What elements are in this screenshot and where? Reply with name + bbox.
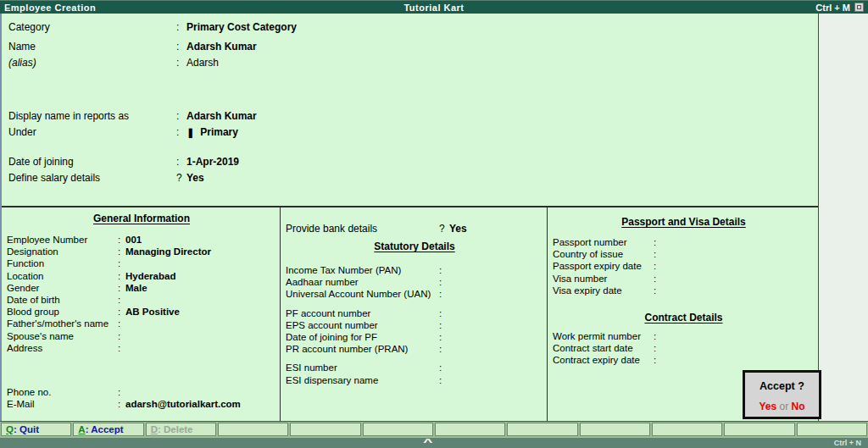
field-label: Date of joining	[8, 154, 176, 170]
toolbar-empty-cell	[580, 423, 650, 436]
statutory-details-panel: Provide bank details ? Yes Statutory Det…	[280, 207, 547, 421]
location-value[interactable]: Hyderabad	[125, 270, 175, 282]
field-aadhaar: Aadhaar number :	[286, 276, 543, 288]
workspace: Category : Primary Cost Category Name : …	[0, 14, 868, 421]
field-label: Phone no.	[7, 386, 118, 398]
field-label: Define salary details	[8, 170, 176, 186]
field-phone: Phone no. :	[7, 386, 276, 398]
field-work-permit: Work permit number :	[553, 330, 815, 342]
field-separator: :	[439, 343, 447, 355]
field-label: Income Tax Number (PAN)	[286, 264, 439, 276]
field-email: E-Mail : adarsh@tutorialkart.com	[7, 398, 276, 410]
delete-label: : Delete	[158, 424, 193, 434]
field-separator: :	[118, 386, 125, 398]
blood-group-value[interactable]: AB Positive	[125, 306, 180, 318]
field-label: Category	[8, 19, 176, 36]
accept-no-button[interactable]: No	[792, 401, 805, 412]
toolbar-empty-cell	[652, 423, 722, 436]
field-label: ESI number	[286, 362, 439, 373]
category-value[interactable]: Primary Cost Category	[186, 19, 297, 36]
date-of-joining-value[interactable]: 1-Apr-2019	[186, 154, 239, 170]
accept-dialog-choices: Yes or No	[745, 401, 819, 412]
toolbar-empty-cell	[724, 423, 794, 436]
field-label: Name	[8, 39, 176, 55]
field-visa-number: Visa number :	[553, 273, 815, 285]
field-define-salary: Define salary details ? Yes	[8, 170, 818, 186]
field-function: Function :	[7, 257, 276, 269]
toolbar-empty-cell	[435, 423, 505, 436]
field-name: Name : Adarsh Kumar	[8, 39, 818, 55]
field-separator: :	[654, 260, 661, 272]
expand-caret-icon[interactable]: ^	[423, 438, 432, 447]
field-contract-expiry: Contract expiry date :	[553, 354, 815, 366]
field-separator: :	[118, 257, 125, 269]
field-designation: Designation : Managing Director	[7, 246, 276, 257]
window-title-bar: Employee Creation Tutorial Kart Ctrl + M	[0, 0, 868, 14]
field-separator: :	[118, 330, 125, 342]
field-label: Visa expiry date	[553, 285, 654, 296]
field-label: Father's/mother's name	[7, 318, 118, 329]
field-separator: :	[439, 331, 447, 343]
quit-button[interactable]: Q: Quit	[1, 423, 71, 436]
field-separator: :	[439, 264, 447, 276]
email-value[interactable]: adarsh@tutorialkart.com	[125, 398, 241, 410]
field-label: Universal Account Number (UAN)	[286, 288, 439, 300]
accept-shortcut-key: A	[78, 424, 85, 434]
display-name-value[interactable]: Adarsh Kumar	[186, 108, 257, 124]
field-separator: :	[176, 19, 186, 36]
field-visa-expiry: Visa expiry date :	[553, 285, 815, 296]
field-label: Employee Number	[7, 234, 118, 246]
field-address: Address :	[7, 342, 276, 354]
form-bottom-section: General Information Employee Number : 00…	[2, 206, 818, 421]
field-separator: :	[439, 319, 447, 331]
field-separator: :	[654, 330, 661, 342]
gender-value[interactable]: Male	[125, 282, 147, 294]
field-label: Spouse's name	[7, 330, 118, 342]
field-separator: :	[118, 246, 125, 257]
field-label: PR account number (PRAN)	[286, 343, 439, 355]
field-label: Contract expiry date	[553, 354, 654, 366]
designation-value[interactable]: Managing Director	[125, 246, 211, 257]
field-eps-account: EPS account number :	[286, 319, 543, 331]
company-name: Tutorial Kart	[259, 3, 609, 13]
field-label: PF account number	[286, 307, 439, 319]
field-label: Date of joining for PF	[286, 331, 439, 343]
field-separator: :	[176, 154, 186, 170]
define-salary-value[interactable]: Yes	[186, 170, 204, 186]
field-label: ESI dispensary name	[286, 374, 439, 386]
field-under: Under : ❚ Primary	[8, 124, 818, 141]
field-label: Provide bank details	[286, 223, 439, 235]
toolbar-empty-cell	[290, 423, 360, 436]
field-label: Date of birth	[7, 294, 118, 306]
accept-button[interactable]: A: Accept	[73, 423, 143, 436]
field-label: Gender	[7, 282, 118, 294]
field-separator: :	[439, 288, 447, 300]
statutory-details-heading: Statutory Details	[286, 241, 543, 252]
maximize-icon[interactable]	[854, 3, 864, 12]
name-value[interactable]: Adarsh Kumar	[186, 39, 257, 55]
statusbar-shortcut: Ctrl + N	[834, 439, 861, 447]
field-separator: :	[654, 248, 661, 260]
accept-yes-button[interactable]: Yes	[759, 401, 776, 412]
right-panel	[818, 14, 868, 421]
alias-value[interactable]: Adarsh	[186, 55, 219, 71]
field-label: Blood group	[7, 306, 118, 318]
employee-number-value[interactable]: 001	[125, 234, 142, 246]
field-separator: :	[118, 318, 125, 329]
field-label: Address	[7, 342, 118, 354]
contract-details-heading: Contract Details	[553, 312, 815, 324]
delete-shortcut-key: D	[151, 424, 158, 434]
field-esi-dispensary: ESI dispensary name :	[286, 374, 543, 386]
form-top-section: Category : Primary Cost Category Name : …	[2, 14, 818, 206]
field-label: E-Mail	[7, 398, 118, 410]
field-separator: :	[176, 39, 186, 55]
general-information-panel: General Information Employee Number : 00…	[2, 207, 280, 421]
field-separator: :	[176, 55, 186, 71]
under-value[interactable]: Primary	[200, 124, 238, 141]
field-label: Passport number	[553, 236, 654, 248]
field-passport-expiry: Passport expiry date :	[553, 260, 815, 272]
provide-bank-details-value[interactable]: Yes	[449, 223, 467, 235]
field-separator: :	[654, 354, 661, 366]
field-label: Display name in reports as	[8, 108, 176, 124]
field-contract-start: Contract start date :	[553, 342, 815, 354]
